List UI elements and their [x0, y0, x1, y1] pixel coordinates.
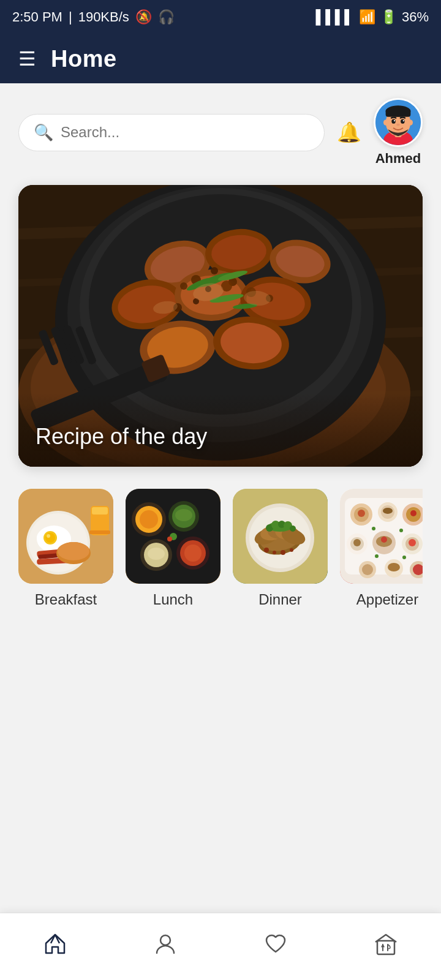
nav-profile[interactable]: [141, 926, 189, 967]
main-content: 🔍 🔔: [0, 83, 441, 700]
svg-rect-5: [386, 109, 411, 117]
svg-point-87: [175, 509, 192, 521]
category-dinner-label: Dinner: [258, 591, 302, 608]
svg-point-9: [403, 120, 404, 121]
wifi-icon: 📶: [359, 9, 375, 25]
svg-rect-79: [92, 507, 108, 514]
svg-point-10: [396, 124, 400, 126]
svg-point-41: [211, 267, 218, 274]
svg-rect-147: [377, 941, 394, 954]
featured-card[interactable]: Recipe of the day: [18, 185, 423, 467]
svg-point-143: [399, 529, 403, 532]
svg-point-6: [391, 119, 395, 123]
svg-point-115: [290, 548, 293, 552]
svg-point-144: [375, 554, 379, 558]
category-lunch-thumb: [126, 489, 221, 584]
profile-icon: [154, 932, 177, 961]
svg-point-8: [394, 120, 395, 121]
status-left: 2:50 PM | 190KB/s 🔕 🎧: [12, 9, 175, 25]
svg-point-11: [383, 119, 388, 125]
svg-point-132: [381, 537, 387, 543]
top-row: 🔍 🔔: [18, 98, 423, 167]
bottom-nav: [0, 913, 441, 980]
nav-restaurant[interactable]: [362, 926, 410, 967]
svg-rect-80: [89, 530, 110, 534]
user-name-label: Ahmed: [375, 151, 421, 167]
battery-level: 36%: [402, 9, 429, 25]
search-input[interactable]: [61, 124, 309, 141]
svg-point-129: [353, 539, 361, 546]
user-section[interactable]: Ahmed: [374, 98, 423, 167]
svg-point-145: [402, 556, 406, 559]
featured-label: Recipe of the day: [36, 424, 207, 450]
svg-point-111: [290, 526, 296, 532]
svg-point-71: [45, 533, 55, 543]
nav-favorites[interactable]: [252, 926, 300, 967]
category-appetizer-label: Appetizer: [356, 591, 418, 608]
search-icon: 🔍: [34, 123, 53, 142]
svg-point-123: [383, 508, 393, 514]
category-lunch[interactable]: Lunch: [126, 489, 221, 608]
categories-row: Breakfast: [18, 489, 423, 614]
status-network-speed: 190KB/s: [78, 9, 129, 25]
category-breakfast[interactable]: Breakfast: [18, 489, 113, 608]
search-container[interactable]: 🔍: [18, 114, 325, 151]
status-right: ▌▌▌▌ 📶 🔋 36%: [316, 9, 429, 25]
svg-point-120: [358, 510, 365, 517]
svg-point-77: [58, 542, 89, 560]
signal-icon: ▌▌▌▌: [316, 9, 354, 25]
svg-point-72: [47, 534, 50, 538]
mute-icon: 🔕: [135, 9, 152, 25]
headphone-icon: 🎧: [158, 9, 175, 25]
category-breakfast-label: Breakfast: [35, 591, 97, 608]
notification-bell-icon[interactable]: 🔔: [337, 121, 361, 144]
svg-point-12: [409, 119, 413, 125]
svg-point-137: [362, 564, 373, 575]
avatar: [374, 98, 423, 147]
battery-icon: 🔋: [380, 9, 397, 25]
restaurant-icon: [374, 932, 398, 961]
svg-point-114: [281, 550, 285, 555]
svg-point-126: [410, 510, 417, 516]
status-time: 2:50 PM: [12, 9, 62, 25]
svg-point-93: [184, 545, 202, 562]
svg-point-84: [140, 510, 158, 529]
home-icon: [43, 932, 67, 961]
category-appetizer[interactable]: Appetizer: [340, 489, 423, 608]
svg-point-45: [180, 282, 187, 290]
svg-point-135: [409, 539, 416, 546]
svg-point-112: [264, 548, 269, 552]
svg-point-146: [160, 935, 170, 945]
svg-point-142: [372, 527, 375, 530]
svg-point-139: [388, 563, 400, 571]
status-network: |: [69, 9, 72, 25]
category-dinner[interactable]: Dinner: [233, 489, 328, 608]
status-bar: 2:50 PM | 190KB/s 🔕 🎧 ▌▌▌▌ 📶 🔋 36%: [0, 0, 441, 34]
page-title: Home: [51, 46, 117, 72]
svg-point-95: [167, 537, 172, 541]
hamburger-menu-icon[interactable]: ☰: [18, 47, 36, 70]
category-lunch-label: Lunch: [153, 591, 193, 608]
svg-point-90: [148, 548, 165, 560]
category-breakfast-thumb: [18, 489, 113, 584]
svg-point-113: [273, 551, 276, 554]
category-appetizer-thumb: [340, 489, 423, 584]
heart-icon: [264, 932, 287, 961]
svg-point-7: [401, 119, 404, 123]
nav-home[interactable]: [31, 926, 79, 967]
app-header: ☰ Home: [0, 34, 441, 83]
category-dinner-thumb: [233, 489, 328, 584]
